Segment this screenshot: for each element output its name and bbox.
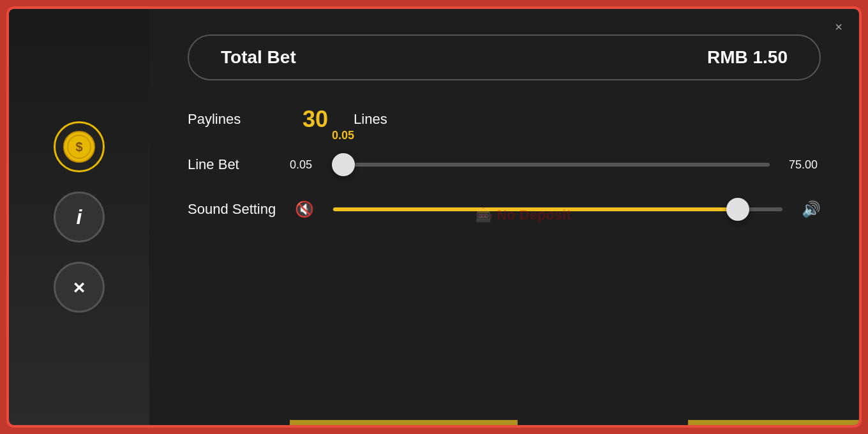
line-bet-row: Line Bet 0.05 0.05 75.00 — [188, 152, 821, 177]
main-panel: × 🎰 No Deposit Total Bet RMB 1.50 Paylin… — [149, 9, 859, 425]
sound-mute-icon[interactable]: 🔇 — [295, 200, 314, 218]
info-button[interactable]: i — [54, 191, 105, 243]
sound-track — [333, 207, 782, 211]
line-bet-slider-container: 0.05 — [334, 152, 770, 177]
total-bet-display: Total Bet RMB 1.50 — [188, 34, 821, 80]
line-bet-label: Line Bet — [188, 156, 271, 173]
game-container: $ i × × 🎰 No Deposit Total Bet RMB 1.50 … — [6, 6, 862, 428]
sound-thumb[interactable] — [726, 198, 749, 221]
close-button[interactable]: × — [831, 19, 846, 34]
paylines-unit: Lines — [354, 111, 387, 128]
line-bet-max: 75.00 — [789, 158, 821, 172]
bottom-bar — [290, 420, 859, 425]
line-bet-min: 0.05 — [290, 158, 315, 172]
sound-loud-icon[interactable]: 🔊 — [802, 200, 821, 218]
paylines-value: 30 — [303, 106, 328, 133]
info-icon: i — [77, 206, 82, 229]
paylines-label: Paylines — [188, 111, 271, 128]
line-bet-track — [334, 163, 770, 167]
paylines-row: Paylines 30 Lines — [188, 106, 821, 133]
sound-setting-row: Sound Setting 🔇 🔊 — [188, 197, 821, 222]
line-bet-thumb[interactable] — [332, 153, 355, 176]
settings-area: Paylines 30 Lines Line Bet 0.05 0.05 75.… — [188, 106, 821, 222]
sidebar: $ i × — [9, 9, 149, 425]
coin-button[interactable]: $ — [54, 121, 105, 172]
total-bet-value: RMB 1.50 — [707, 47, 788, 68]
sound-fill — [333, 207, 737, 211]
sidebar-close-button[interactable]: × — [54, 262, 105, 313]
sidebar-x-icon: × — [73, 276, 86, 299]
sound-setting-label: Sound Setting — [188, 201, 276, 218]
sound-slider-container — [333, 197, 782, 222]
total-bet-label: Total Bet — [221, 47, 296, 68]
svg-text:$: $ — [75, 140, 82, 154]
